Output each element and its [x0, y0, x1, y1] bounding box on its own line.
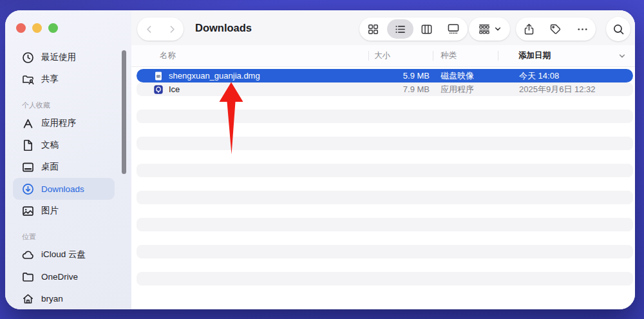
sidebar-section-header: 位置 [22, 229, 131, 244]
chevron-left-icon [144, 24, 155, 35]
sidebar-item-label: 共享 [41, 73, 59, 85]
sidebar-item-onedrive[interactable]: OneDrive [13, 266, 115, 287]
ice-app-icon [153, 84, 164, 95]
sidebar-item-label: 文稿 [41, 139, 59, 151]
sidebar-item-applications[interactable]: 应用程序 [13, 112, 115, 134]
empty-row [137, 123, 633, 137]
window-title: Downloads [195, 10, 252, 45]
file-date-added-cell: 今天 14:08 [519, 69, 559, 82]
chevron-down-icon [494, 25, 502, 33]
column-divider[interactable] [433, 51, 433, 61]
download-icon [22, 183, 34, 195]
window-controls [16, 23, 58, 33]
empty-row [137, 218, 633, 231]
column-divider[interactable] [498, 51, 498, 61]
sidebar-item-desktop[interactable]: 桌面 [13, 156, 115, 178]
empty-row [137, 245, 633, 258]
photo-icon [22, 205, 34, 217]
file-size-cell: 5.9 MB [355, 69, 430, 82]
sidebar: 最近使用共享个人收藏应用程序文稿桌面Downloads图片位置iCloud 云盘… [5, 10, 131, 309]
list-header: 名称 大小 种类 添加日期 [131, 45, 635, 67]
file-date-added-cell: 2025年9月6日 12:32 [519, 82, 596, 96]
sidebar-item-label: bryan [41, 294, 63, 304]
column-divider[interactable] [368, 51, 369, 61]
file-kind-cell: 磁盘映像 [440, 69, 474, 82]
sidebar-item-label: 桌面 [41, 161, 59, 173]
column-header-date-added[interactable]: 添加日期 [518, 45, 551, 66]
sidebar-item-downloads[interactable]: Downloads [13, 178, 115, 200]
sidebar-nav: 最近使用共享个人收藏应用程序文稿桌面Downloads图片位置iCloud 云盘… [5, 46, 131, 309]
gallery-view-icon [447, 23, 460, 35]
empty-row [137, 164, 633, 177]
back-button[interactable] [138, 17, 159, 41]
file-size-cell: 7.9 MB [355, 82, 430, 96]
empty-row [137, 231, 633, 245]
finder-window: 最近使用共享个人收藏应用程序文稿桌面Downloads图片位置iCloud 云盘… [5, 10, 635, 309]
sort-direction-chevron-icon[interactable] [618, 45, 626, 66]
sidebar-item-home-bryan[interactable]: bryan [13, 287, 115, 309]
view-switcher [359, 17, 468, 41]
chevron-right-icon [167, 24, 178, 35]
empty-row [137, 177, 633, 191]
close-window-button[interactable] [16, 23, 26, 33]
sidebar-item-label: Downloads [41, 184, 84, 194]
finder-content: Downloads 名称 大小 种类 添加日期 [131, 10, 635, 309]
file-name-cell: Ice [169, 82, 180, 96]
folder-icon [22, 271, 34, 283]
file-name-cell: shengxuan_guanjia.dmg [169, 69, 260, 82]
home-icon [22, 293, 34, 305]
sidebar-item-icloud-drive[interactable]: iCloud 云盘 [13, 244, 115, 266]
column-view-button[interactable] [414, 17, 439, 41]
file-list: shengxuan_guanjia.dmg5.9 MB磁盘映像今天 14:08I… [131, 66, 635, 299]
sidebar-item-recents[interactable]: 最近使用 [13, 46, 115, 68]
list-view-icon [394, 23, 406, 35]
empty-row [137, 204, 633, 218]
group-button[interactable] [469, 17, 510, 41]
search-icon [612, 23, 625, 35]
empty-row [137, 191, 633, 204]
document-icon [22, 139, 34, 151]
gallery-view-button[interactable] [441, 17, 466, 41]
list-view-button[interactable] [388, 17, 413, 41]
zoom-window-button[interactable] [48, 23, 58, 33]
empty-row [137, 150, 633, 164]
empty-row [137, 258, 633, 272]
sidebar-scrollbar[interactable] [122, 50, 126, 174]
tag-button[interactable] [549, 23, 562, 35]
column-header-kind[interactable]: 种类 [440, 45, 457, 66]
search-button[interactable] [606, 17, 630, 41]
sidebar-item-label: 最近使用 [41, 52, 76, 63]
icon-view-button[interactable] [361, 17, 386, 41]
forward-button[interactable] [162, 17, 182, 41]
sidebar-item-label: iCloud 云盘 [41, 249, 86, 260]
file-row[interactable]: shengxuan_guanjia.dmg5.9 MB磁盘映像今天 14:08 [137, 69, 633, 82]
column-header-size[interactable]: 大小 [374, 45, 390, 66]
sidebar-item-pictures[interactable]: 图片 [13, 200, 115, 222]
appstore-icon [22, 117, 34, 130]
file-kind-cell: 应用程序 [440, 82, 474, 96]
sidebar-item-label: 应用程序 [41, 117, 76, 129]
grid-view-icon [367, 23, 379, 35]
empty-row [137, 137, 633, 150]
file-row[interactable]: Ice7.9 MB应用程序2025年9月6日 12:32 [137, 82, 633, 96]
sidebar-item-label: 图片 [41, 205, 59, 217]
action-buttons [516, 17, 596, 41]
empty-row [137, 285, 633, 299]
empty-row [137, 96, 633, 110]
more-button[interactable] [576, 23, 589, 35]
clock-icon [22, 52, 34, 64]
dmg-file-icon [153, 71, 164, 81]
cloud-icon [22, 249, 34, 261]
shared-folder-icon [22, 73, 34, 86]
column-view-icon [421, 23, 433, 35]
desktop-icon [22, 161, 34, 173]
column-header-name[interactable]: 名称 [160, 45, 176, 66]
empty-row [137, 272, 633, 285]
toolbar: Downloads [131, 10, 635, 45]
sidebar-item-documents[interactable]: 文稿 [13, 134, 115, 156]
empty-row [137, 110, 633, 123]
share-button[interactable] [523, 23, 535, 35]
sidebar-item-shared[interactable]: 共享 [13, 68, 115, 90]
minimize-window-button[interactable] [32, 23, 42, 33]
navigation-buttons [137, 17, 184, 41]
